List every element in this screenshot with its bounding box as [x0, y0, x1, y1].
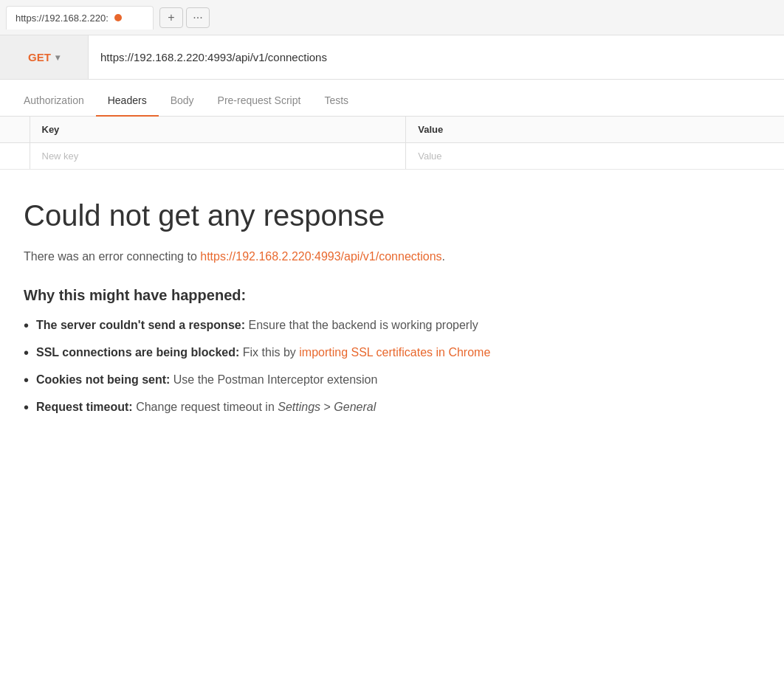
value-placeholder: Value	[418, 150, 441, 162]
key-column-header: Key	[30, 117, 406, 143]
tab-body[interactable]: Body	[159, 86, 206, 117]
value-input-cell[interactable]: Value	[406, 143, 784, 170]
tab-actions: + ···	[159, 7, 210, 28]
response-area: Could not get any response There was an …	[0, 170, 784, 457]
tab-headers[interactable]: Headers	[96, 86, 159, 117]
reason-label: The server couldn't send a response:	[36, 319, 245, 331]
method-selector[interactable]: GET ▾	[0, 35, 89, 79]
response-title: Could not get any response	[24, 199, 760, 232]
ssl-cert-link[interactable]: importing SSL certificates in Chrome	[299, 346, 490, 359]
tab-pre-request-script[interactable]: Pre-request Script	[206, 86, 313, 117]
error-description: There was an error connecting to https:/…	[24, 250, 760, 263]
tab-authorization[interactable]: Authorization	[12, 86, 96, 117]
reason-text: Cookies not being sent: Use the Postman …	[36, 373, 377, 387]
more-options-button[interactable]: ···	[186, 7, 210, 28]
method-chevron-icon: ▾	[55, 52, 60, 63]
reason-label: SSL connections are being blocked:	[36, 346, 239, 359]
value-column-header: Value	[406, 117, 784, 143]
tab-bar: https://192.168.2.220: + ···	[0, 0, 784, 35]
url-input[interactable]	[89, 35, 784, 79]
tab-url: https://192.168.2.220:	[16, 13, 109, 24]
checkbox-col-header	[0, 117, 30, 143]
reason-text: Request timeout: Change request timeout …	[36, 401, 376, 414]
settings-italic: Settings	[278, 401, 320, 413]
reason-label: Cookies not being sent:	[36, 373, 170, 386]
error-url-link[interactable]: https://192.168.2.220:4993/api/v1/connec…	[200, 250, 441, 263]
list-item: Cookies not being sent: Use the Postman …	[24, 373, 760, 389]
request-tabs: Authorization Headers Body Pre-request S…	[0, 80, 784, 117]
error-description-suffix: .	[442, 250, 445, 263]
table-row: New key Value	[0, 143, 784, 170]
active-tab[interactable]: https://192.168.2.220:	[6, 6, 154, 30]
key-input-cell[interactable]: New key	[30, 143, 406, 170]
list-item: The server couldn't send a response: Ens…	[24, 319, 760, 334]
request-bar: GET ▾	[0, 35, 784, 80]
tab-status-dot	[114, 14, 122, 21]
add-tab-button[interactable]: +	[159, 7, 183, 28]
list-item: SSL connections are being blocked: Fix t…	[24, 346, 760, 361]
reasons-list: The server couldn't send a response: Ens…	[24, 319, 760, 416]
method-label: GET	[28, 51, 51, 63]
list-item: Request timeout: Change request timeout …	[24, 401, 760, 416]
reason-label: Request timeout:	[36, 401, 133, 413]
reason-text: The server couldn't send a response: Ens…	[36, 319, 478, 332]
row-checkbox-cell	[0, 143, 30, 170]
reason-text: SSL connections are being blocked: Fix t…	[36, 346, 490, 359]
error-description-prefix: There was an error connecting to	[24, 250, 200, 263]
headers-table: Key Value New key Value	[0, 117, 784, 170]
tab-tests[interactable]: Tests	[312, 86, 360, 117]
new-key-placeholder: New key	[42, 150, 79, 162]
why-heading: Why this might have happened:	[24, 287, 760, 304]
general-italic: General	[334, 401, 376, 413]
